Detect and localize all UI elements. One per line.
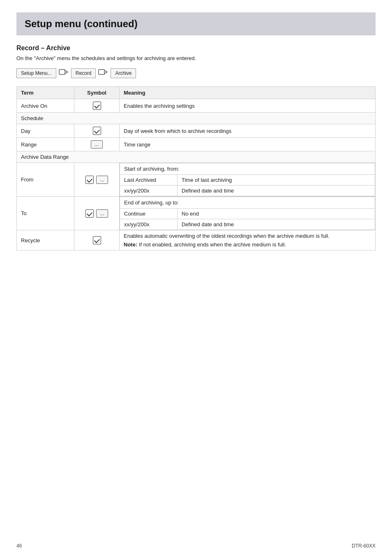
note-text: If not enabled, archiving ends when the … [137, 241, 286, 248]
row-archive-on: Archive On Enables the archiving setting… [17, 99, 376, 113]
term-to: To [17, 197, 74, 230]
row-archive-data-range-header: Archive Data Range [17, 151, 376, 163]
checkbox-icon [93, 102, 101, 110]
term-schedule: Schedule [17, 113, 376, 124]
symbol-day [74, 124, 120, 138]
page-footer: 46 DTR-60XX [16, 543, 376, 549]
page-number: 46 [16, 543, 22, 549]
term-day: Day [17, 124, 74, 138]
meaning-recycle: Enables automatic overwriting of the old… [120, 230, 376, 251]
col-term: Term [17, 87, 74, 99]
section-description: On the "Archive" menu the schedules and … [16, 55, 376, 61]
symbol-to: ... [74, 197, 120, 230]
term-from: From [17, 163, 74, 197]
breadcrumb-archive[interactable]: Archive [111, 68, 136, 78]
col-symbol: Symbol [74, 87, 120, 99]
term-range: Range [17, 138, 74, 151]
arrow-icon-1 [59, 68, 69, 78]
ellipsis-icon: ... [91, 140, 102, 149]
row-to: To ... End of archiving, up to: Continue [17, 197, 376, 230]
meaning-from: Start of archiving, from: Last Archived … [120, 163, 376, 197]
term-archive-on: Archive On [17, 99, 74, 113]
page-header: Setup menu (continued) [16, 12, 376, 35]
row-range: Range ... Time range [17, 138, 376, 151]
arrow-icon-2 [98, 68, 108, 78]
page-wrapper: Setup menu (continued) Record – Archive … [0, 0, 392, 275]
symbol-from: ... [74, 163, 120, 197]
settings-table: Term Symbol Meaning Archive On Enables t… [16, 86, 376, 251]
checkbox-icon [93, 127, 101, 135]
ellipsis-icon: ... [96, 209, 108, 218]
symbol-archive-on [74, 99, 120, 113]
term-recycle: Recycle [17, 230, 74, 251]
row-day: Day Day of week from which to archive re… [17, 124, 376, 138]
checkbox-icon [85, 176, 94, 184]
breadcrumb-setup-menu[interactable]: Setup Menu... [16, 68, 56, 78]
term-archive-data-range: Archive Data Range [17, 151, 376, 163]
checkbox-icon [93, 236, 101, 244]
breadcrumb-record[interactable]: Record [71, 68, 96, 78]
page-title: Setup menu (continued) [25, 18, 367, 30]
checkbox-icon [85, 209, 94, 218]
ellipsis-icon: ... [96, 176, 108, 184]
meaning-day: Day of week from which to archive record… [120, 124, 376, 138]
row-recycle: Recycle Enables automatic overwriting of… [17, 230, 376, 251]
note-label: Note: [124, 241, 137, 248]
svg-rect-1 [99, 70, 104, 74]
col-meaning: Meaning [120, 87, 376, 99]
row-schedule-header: Schedule [17, 113, 376, 124]
meaning-range: Time range [120, 138, 376, 151]
meaning-archive-on: Enables the archiving settings [120, 99, 376, 113]
row-from: From ... Start of archiving, from: Last … [17, 163, 376, 197]
symbol-recycle [74, 230, 120, 251]
model-number: DTR-60XX [352, 543, 376, 549]
meaning-to: End of archiving, up to: Continue No end… [120, 197, 376, 230]
breadcrumb: Setup Menu... Record Archive [16, 68, 376, 78]
symbol-range: ... [74, 138, 120, 151]
section-title: Record – Archive [16, 44, 376, 52]
svg-rect-0 [59, 70, 65, 74]
